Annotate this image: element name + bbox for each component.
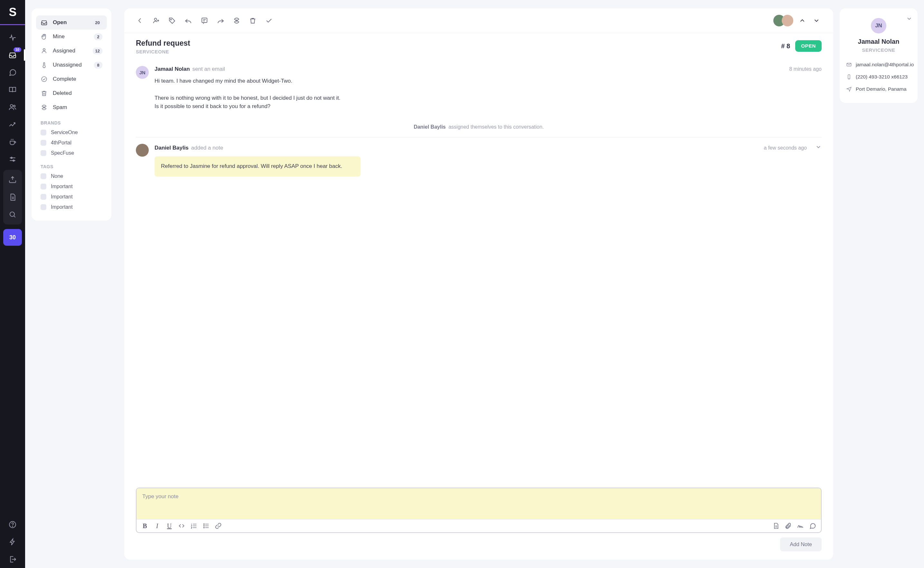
search-icon [8, 210, 17, 219]
checkbox-icon [41, 140, 46, 146]
rail-inbox[interactable]: 10 [3, 47, 22, 63]
contact-location: Port Demario, Panama [856, 86, 907, 92]
format-ul-button[interactable] [202, 522, 210, 530]
spam-button[interactable] [232, 17, 241, 25]
brand-item[interactable]: SpecFuse [36, 148, 107, 158]
folder-assigned[interactable]: Assigned 12 [36, 44, 107, 58]
rail-flash[interactable] [3, 533, 22, 550]
brand-label: 4thPortal [51, 140, 71, 146]
back-button[interactable] [136, 17, 144, 25]
attach-file-button[interactable] [784, 522, 792, 530]
format-underline-button[interactable]: U [165, 522, 173, 530]
phone-icon [846, 74, 852, 80]
participant-avatars[interactable] [773, 15, 793, 26]
assign-button[interactable] [152, 17, 161, 25]
folder-complete[interactable]: Complete [36, 72, 107, 86]
rail-contacts[interactable] [3, 99, 22, 115]
folder-label: Complete [53, 76, 102, 82]
hand-icon [41, 33, 48, 40]
folder-unassigned[interactable]: Unassigned 8 [36, 58, 107, 72]
upload-tray-icon [8, 175, 17, 184]
rail-activity[interactable] [3, 29, 22, 46]
format-code-button[interactable] [178, 522, 185, 530]
speech-bubble-icon [809, 522, 816, 529]
rail-document[interactable] [3, 189, 22, 205]
rail-group-footer [0, 512, 25, 568]
tag-label: Important [51, 194, 73, 200]
folder-spam[interactable]: Spam [36, 100, 107, 115]
status-badge[interactable]: OPEN [795, 40, 822, 52]
message-action: sent an email [192, 66, 225, 73]
contact-expand-button[interactable] [906, 15, 912, 23]
brand-item[interactable]: 4thPortal [36, 137, 107, 148]
svg-point-14 [203, 524, 204, 524]
rail-number-chip[interactable]: 30 [3, 229, 22, 246]
rail-knowledge[interactable] [3, 82, 22, 98]
folder-count: 12 [93, 48, 102, 54]
avatar [136, 144, 149, 157]
folder-label: Open [53, 19, 88, 26]
rail-reports[interactable] [3, 116, 22, 133]
next-conversation-button[interactable] [811, 15, 822, 26]
checkbox-icon [41, 204, 46, 210]
folder-label: Mine [53, 33, 89, 40]
insert-link-button[interactable] [214, 522, 222, 530]
person-icon [41, 47, 48, 54]
note-input[interactable]: Type your note [136, 488, 821, 519]
folder-open[interactable]: Open 20 [36, 15, 107, 30]
note-icon [201, 17, 208, 24]
reply-button[interactable] [184, 17, 192, 25]
insert-canned-reply-button[interactable] [809, 522, 816, 530]
folder-deleted[interactable]: Deleted [36, 86, 107, 100]
inbox-icon [41, 19, 48, 26]
tag-item[interactable]: Important [36, 202, 107, 212]
contact-phone-row[interactable]: (220) 493-3210 x66123 [845, 71, 912, 83]
rail-logout[interactable] [3, 551, 22, 568]
svg-point-8 [41, 77, 47, 82]
delete-button[interactable] [248, 17, 257, 25]
thermometer-icon [41, 62, 48, 68]
message-action: added a note [191, 145, 223, 151]
tag-button[interactable] [168, 17, 176, 25]
coffee-icon [8, 137, 17, 146]
tag-item[interactable]: Important [36, 192, 107, 202]
format-bold-button[interactable]: B [141, 522, 149, 530]
rail-help[interactable] [3, 516, 22, 533]
contact-name: Jamaal Nolan [845, 38, 912, 45]
svg-point-16 [203, 527, 204, 528]
rail-search[interactable] [3, 206, 22, 223]
checkbox-icon [41, 194, 46, 200]
rail-break[interactable] [3, 133, 22, 150]
format-ol-button[interactable] [190, 522, 198, 530]
rail-chat[interactable] [3, 64, 22, 81]
prev-conversation-button[interactable] [797, 15, 807, 26]
add-note-button[interactable]: Add Note [780, 538, 822, 551]
tag-item[interactable]: Important [36, 181, 107, 192]
chevron-down-icon [815, 144, 822, 150]
book-icon [8, 86, 17, 94]
brands-header: BRANDS [36, 115, 107, 127]
contact-location-row[interactable]: Port Demario, Panama [845, 83, 912, 95]
contact-email-row[interactable]: jamaal.nolan@4thportal.io [845, 59, 912, 71]
reply-icon [185, 17, 192, 24]
expand-note-button[interactable] [815, 144, 822, 152]
folder-mine[interactable]: Mine 2 [36, 30, 107, 44]
insert-template-button[interactable] [772, 522, 780, 530]
tag-label: Important [51, 204, 73, 210]
tag-item[interactable]: None [36, 171, 107, 181]
event-actor: Daniel Baylis [414, 124, 446, 130]
forward-button[interactable] [217, 17, 225, 25]
svg-point-7 [43, 48, 45, 50]
rail-upload[interactable] [3, 171, 22, 188]
folder-label: Assigned [53, 48, 88, 54]
complete-button[interactable] [265, 17, 273, 25]
note-button[interactable] [200, 17, 209, 25]
format-italic-button[interactable]: I [153, 522, 161, 530]
logout-icon [8, 555, 17, 563]
rail-settings[interactable] [3, 151, 22, 168]
conversation-title: Refund request [136, 39, 190, 48]
svg-point-11 [171, 19, 171, 20]
folder-label: Unassigned [53, 62, 89, 68]
brand-item[interactable]: ServiceOne [36, 127, 107, 137]
insert-signature-button[interactable] [797, 522, 804, 530]
